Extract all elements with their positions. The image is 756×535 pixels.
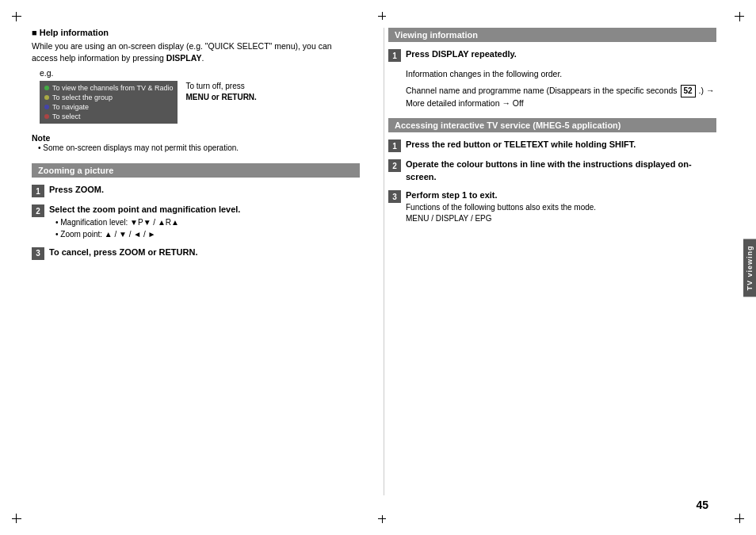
side-tab: TV viewing [743, 239, 756, 296]
help-period: . [201, 53, 204, 63]
zoom-step-1-main: Press ZOOM. [49, 185, 104, 194]
help-body: While you are using an on-screen display… [32, 40, 360, 63]
viewing-step-1: 1 Press DISPLAY repeatedly. [388, 48, 716, 62]
mheg-step-1-main: Press the red button or TELETEXT while h… [406, 139, 636, 149]
left-column: Help information While you are using an … [32, 28, 368, 495]
menu-note: To turn off, press MENU or RETURN. [185, 81, 256, 103]
menu-item-3-text: To navigate [52, 103, 89, 111]
mheg-step-1: 1 Press the red button or TELETEXT while… [388, 139, 716, 152]
zoom-step-3-number: 3 [32, 247, 44, 260]
viewing-detail-text: Channel name and programme name (Disappe… [406, 86, 680, 95]
menu-item-1-text: To view the channels from TV & Radio [52, 84, 173, 92]
mheg-step-2-main: Operate the colour buttons in line with … [406, 159, 692, 181]
menu-item-1: To view the channels from TV & Radio [44, 83, 173, 93]
zoom-step-1: 1 Press ZOOM. [32, 184, 360, 197]
mheg-step-3-sub: Functions of the following buttons also … [406, 202, 716, 213]
menu-item-3: To navigate [44, 102, 173, 112]
note-title: Note [32, 133, 360, 143]
content-area: Help information While you are using an … [32, 28, 716, 495]
zoom-step-3-content: To cancel, press ZOOM or RETURN. [49, 246, 360, 258]
channel-number: 52 [681, 85, 696, 97]
zoom-bullet-1: Magnification level: ▼P▼ / ▲R▲ [49, 216, 360, 228]
viewing-header: Viewing information [388, 28, 716, 42]
mheg-step-3-sub2: MENU / DISPLAY / EPG [406, 213, 716, 224]
zoom-bullet-2: Zoom point: ▲ / ▼ / ◄ / ► [49, 228, 360, 240]
viewing-info-detail: Channel name and programme name (Disappe… [388, 85, 716, 109]
mheg-step-3-content: Perform step 1 to exit. Functions of the… [406, 189, 716, 224]
mheg-step-3: 3 Perform step 1 to exit. Functions of t… [388, 189, 716, 224]
dot-blue [44, 105, 49, 109]
zoom-step-1-content: Press ZOOM. [49, 184, 360, 196]
viewing-info-body: Information changes in the following ord… [388, 68, 716, 80]
zoom-step-3: 3 To cancel, press ZOOM or RETURN. [32, 246, 360, 260]
mheg-step-3-number: 3 [388, 190, 401, 203]
page-number: 45 [696, 499, 708, 511]
help-bold-word: DISPLAY [166, 53, 202, 63]
menu-item-2: To select the group [44, 93, 173, 102]
menu-item-4: To select [44, 112, 173, 121]
zoom-step-1-number: 1 [32, 185, 44, 197]
zoom-step-2-content: Select the zoom point and magnification … [49, 204, 360, 239]
note-text: Some on-screen displays may not permit t… [32, 143, 360, 154]
mheg-header: Accessing interactive TV service (MHEG-5… [388, 118, 716, 132]
viewing-step-1-content: Press DISPLAY repeatedly. [406, 48, 716, 60]
help-section: Help information While you are using an … [32, 28, 360, 124]
menu-illustration: To view the channels from TV & Radio To … [40, 81, 360, 124]
menu-item-2-text: To select the group [52, 94, 113, 101]
crop-mark-tr [728, 12, 744, 28]
turn-off-keys: MENU or RETURN. [185, 93, 256, 101]
mheg-step-3-main: Perform step 1 to exit. [406, 189, 716, 201]
mheg-step-1-content: Press the red button or TELETEXT while h… [406, 139, 716, 151]
dot-green [44, 86, 49, 90]
eg-label: e.g. [40, 68, 360, 78]
mheg-step-2-number: 2 [388, 159, 401, 172]
crop-mark-br [728, 507, 744, 523]
zoom-header: Zooming a picture [32, 163, 360, 178]
help-title: Help information [32, 28, 360, 37]
turn-off-text: To turn off, press [185, 82, 244, 90]
menu-item-4-text: To select [52, 113, 81, 120]
mheg-step-2: 2 Operate the colour buttons in line wit… [388, 159, 716, 183]
zoom-step-2-main: Select the zoom point and magnification … [49, 204, 360, 216]
mheg-step-1-number: 1 [388, 139, 401, 152]
viewing-step-1-number: 1 [388, 49, 401, 62]
dot-yellow [44, 95, 49, 100]
zoom-section: Zooming a picture 1 Press ZOOM. 2 Select… [32, 163, 360, 259]
note-section: Note Some on-screen displays may not per… [32, 133, 360, 154]
menu-box: To view the channels from TV & Radio To … [40, 81, 178, 124]
mheg-step-2-content: Operate the colour buttons in line with … [406, 159, 716, 183]
viewing-step-1-main: Press DISPLAY repeatedly. [406, 48, 716, 60]
zoom-step-2-number: 2 [32, 204, 44, 217]
zoom-step-2: 2 Select the zoom point and magnificatio… [32, 204, 360, 239]
crop-mark-tl [12, 12, 28, 28]
dot-red [44, 114, 49, 119]
crop-mark-bl [12, 507, 28, 523]
zoom-step-3-main: To cancel, press ZOOM or RETURN. [49, 247, 197, 257]
right-column: Viewing information 1 Press DISPLAY repe… [384, 28, 716, 495]
